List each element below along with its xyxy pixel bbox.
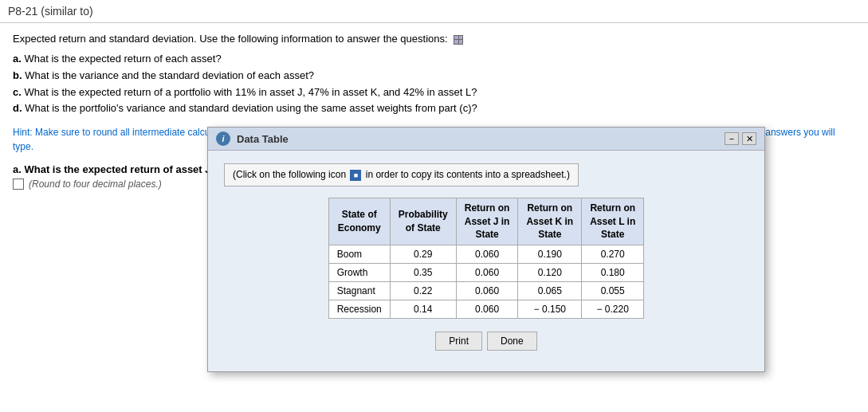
col-header-j: Return onAsset J inState: [456, 198, 518, 245]
section-title: Expected return and standard deviation. …: [13, 33, 855, 45]
question-a-label: a. What is the expected return of asset …: [13, 163, 217, 175]
table-cell-r1-c2: 0.060: [456, 264, 518, 282]
data-table: State ofEconomy Probabilityof State Retu…: [328, 198, 645, 319]
table-cell-r0-c2: 0.060: [456, 245, 518, 264]
copy-instruction: (Click on the following icon ■ in order …: [224, 163, 579, 186]
table-cell-r1-c0: Growth: [328, 264, 390, 282]
top-bar: P8-21 (similar to): [0, 0, 868, 23]
modal-header-left: i Data Table: [216, 131, 289, 146]
modal-title: Data Table: [237, 133, 289, 145]
table-row: Boom0.290.0600.1900.270: [328, 245, 644, 264]
q-text-a: What is the expected return of each asse…: [24, 53, 221, 65]
table-cell-r2-c3: 0.065: [518, 282, 582, 300]
question-a-item: a. What is the expected return of each a…: [13, 51, 855, 68]
q-text-d: What is the portfolio's variance and sta…: [25, 102, 477, 114]
table-body: Boom0.290.0600.1900.270Growth0.350.0600.…: [328, 245, 644, 319]
q-text-b: What is the variance and the standard de…: [25, 69, 314, 81]
q-letter-c: c.: [13, 86, 22, 98]
info-icon: i: [216, 131, 230, 146]
q-letter-b: b.: [13, 69, 22, 81]
answer-checkbox[interactable]: [13, 179, 24, 190]
minimize-button[interactable]: −: [725, 132, 739, 145]
col-header-state: State ofEconomy: [328, 198, 390, 245]
table-cell-r0-c1: 0.29: [390, 245, 456, 264]
table-cell-r3-c4: − 0.220: [582, 300, 644, 319]
table-cell-r0-c3: 0.190: [518, 245, 582, 264]
page-title: P8-21 (similar to): [8, 5, 93, 18]
q-letter-d: d.: [13, 102, 22, 114]
table-cell-r3-c2: 0.060: [456, 300, 518, 319]
table-cell-r1-c1: 0.35: [390, 264, 456, 282]
copy-post: in order to copy its contents into a spr…: [366, 169, 570, 180]
data-table-modal: i Data Table − ✕ (Click on the following…: [207, 127, 765, 372]
table-cell-r1-c4: 0.180: [582, 264, 644, 282]
section-title-bold: Expected return and standard deviation.: [13, 33, 197, 45]
question-d-item: d. What is the portfolio's variance and …: [13, 100, 855, 117]
answer-hint: (Round to four decimal places.): [29, 179, 162, 190]
copy-pre: (Click on the following icon: [233, 169, 348, 180]
table-cell-r1-c3: 0.120: [518, 264, 582, 282]
print-button[interactable]: Print: [435, 332, 482, 351]
table-cell-r2-c0: Stagnant: [328, 282, 390, 300]
table-cell-r3-c3: − 0.150: [518, 300, 582, 319]
question-c-item: c. What is the expected return of a port…: [13, 84, 855, 101]
table-cell-r0-c4: 0.270: [582, 245, 644, 264]
question-a-section: a. What is the expected return of asset …: [13, 163, 217, 190]
table-cell-r2-c2: 0.060: [456, 282, 518, 300]
modal-controls: − ✕: [725, 132, 756, 145]
grid-icon[interactable]: [454, 35, 463, 45]
q-letter-a: a.: [13, 53, 22, 65]
modal-footer: Print Done: [224, 332, 748, 359]
section-title-normal: Use the following information to answer …: [199, 33, 447, 45]
questions-list: a. What is the expected return of each a…: [13, 51, 855, 117]
col-header-l: Return onAsset L inState: [582, 198, 644, 245]
table-cell-r2-c1: 0.22: [390, 282, 456, 300]
table-cell-r0-c0: Boom: [328, 245, 390, 264]
col-header-k: Return onAsset K inState: [518, 198, 582, 245]
close-button[interactable]: ✕: [742, 132, 756, 145]
answer-area: (Round to four decimal places.): [13, 179, 217, 190]
copy-spreadsheet-icon[interactable]: ■: [350, 170, 361, 181]
table-row: Stagnant0.220.0600.0650.055: [328, 282, 644, 300]
table-header-row: State ofEconomy Probabilityof State Retu…: [328, 198, 644, 245]
table-row: Recession0.140.060− 0.150− 0.220: [328, 300, 644, 319]
col-header-prob: Probabilityof State: [390, 198, 456, 245]
table-cell-r3-c0: Recession: [328, 300, 390, 319]
data-table-wrapper: State ofEconomy Probabilityof State Retu…: [224, 198, 748, 319]
done-button[interactable]: Done: [487, 332, 537, 351]
table-row: Growth0.350.0600.1200.180: [328, 264, 644, 282]
modal-body: (Click on the following icon ■ in order …: [208, 151, 764, 371]
q-text-c: What is the expected return of a portfol…: [24, 86, 477, 98]
table-cell-r3-c1: 0.14: [390, 300, 456, 319]
main-content: Expected return and standard deviation. …: [0, 23, 868, 206]
table-cell-r2-c4: 0.055: [582, 282, 644, 300]
question-b-item: b. What is the variance and the standard…: [13, 68, 855, 84]
modal-header: i Data Table − ✕: [208, 128, 764, 151]
